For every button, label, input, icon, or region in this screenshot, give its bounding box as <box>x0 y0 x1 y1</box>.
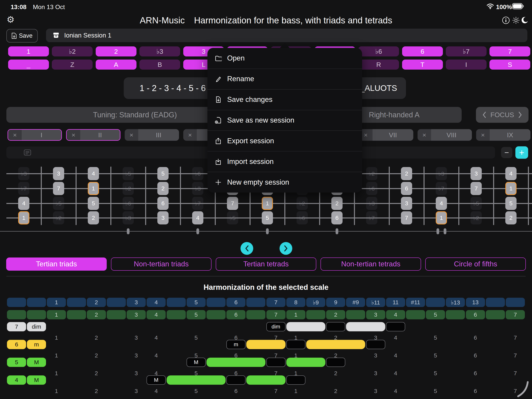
menu-item-export-session[interactable]: Export session <box>207 131 362 151</box>
menu-item-open[interactable]: Open <box>207 48 362 69</box>
close-icon[interactable]: × <box>67 130 80 140</box>
menu-item-rename[interactable]: Rename <box>207 69 362 89</box>
degree-button-2[interactable]: 2 <box>96 46 136 57</box>
info-icon[interactable] <box>502 16 510 24</box>
degree-button-♭3[interactable]: ♭3 <box>139 46 180 57</box>
focus-next-icon[interactable] <box>518 112 522 118</box>
fret-note-root-1[interactable]: 1 <box>505 182 517 195</box>
position-tab-VII[interactable]: ×VII <box>359 129 413 141</box>
close-icon[interactable]: × <box>418 129 431 141</box>
fret-note-scale-3[interactable]: 3 <box>470 167 482 180</box>
position-tab-IX[interactable]: ×IX <box>476 129 531 141</box>
fret-note-scale-2[interactable]: 2 <box>157 182 169 195</box>
close-icon[interactable]: × <box>8 130 22 140</box>
dark-mode-moon-icon[interactable] <box>521 16 529 24</box>
fret-note-scale-7[interactable]: 7 <box>401 211 412 224</box>
chord-degree-pill-5[interactable]: 5 <box>7 358 26 367</box>
chord-tone-pill[interactable] <box>386 322 405 331</box>
degree-button-♭2[interactable]: ♭2 <box>52 46 93 57</box>
menu-item-save-as-new-session[interactable]: Save as new session <box>207 110 362 131</box>
letter-button-R[interactable]: R <box>358 60 399 70</box>
menu-item-new-empty-session[interactable]: New empty session <box>207 172 362 193</box>
chord-quality-pill-m[interactable]: m <box>27 340 46 349</box>
chord-tone-pill[interactable] <box>266 358 285 367</box>
letter-button-A[interactable]: A <box>96 60 136 70</box>
chord-tone-pill[interactable] <box>286 375 305 385</box>
close-icon[interactable]: × <box>476 129 490 141</box>
chord-tab-tertian-tetrads[interactable]: Tertian tetrads <box>216 258 316 271</box>
fret-note-scale-6[interactable]: 6 <box>401 182 412 195</box>
fret-note-scale-4[interactable]: 4 <box>436 197 447 210</box>
fret-note-root-1[interactable]: 1 <box>18 211 29 224</box>
degree-button-1[interactable]: 1 <box>8 46 49 57</box>
chord-tab-circle-of-fifths[interactable]: Circle of fifths <box>425 258 526 271</box>
chord-tone-pill[interactable] <box>226 375 246 385</box>
letter-button-B[interactable]: B <box>139 60 180 70</box>
fret-note-scale-4[interactable]: 4 <box>192 211 203 224</box>
chord-tone-pill[interactable] <box>366 340 385 349</box>
fret-note-scale-2[interactable]: 2 <box>331 197 342 210</box>
fret-note-scale-4[interactable]: 4 <box>18 197 29 210</box>
fret-note-scale-5[interactable]: 5 <box>157 167 169 180</box>
position-tab-III[interactable]: ×III <box>125 129 179 141</box>
zoom-out-button[interactable]: − <box>501 147 512 158</box>
fret-note-scale-3[interactable]: 3 <box>53 167 64 180</box>
zoom-in-button[interactable]: + <box>515 146 528 159</box>
scroll-right-button[interactable] <box>279 242 292 255</box>
degree-button-6[interactable]: 6 <box>402 46 443 57</box>
fret-note-scale-6[interactable]: 6 <box>331 211 342 224</box>
focus-prev-icon[interactable] <box>482 112 486 118</box>
chord-tone-pill[interactable] <box>286 340 305 349</box>
letter-button-S[interactable]: S <box>489 60 530 70</box>
chord-quality-pill-M[interactable]: M <box>27 358 46 367</box>
fret-note-scale-7[interactable]: 7 <box>53 182 64 195</box>
position-tab-VIII[interactable]: ×VIII <box>418 129 472 141</box>
fret-note-scale-4[interactable]: 4 <box>505 167 517 180</box>
fret-note-scale-5[interactable]: 5 <box>505 197 517 210</box>
chord-root-pill-dim[interactable]: dim <box>266 322 285 331</box>
letter-button-T[interactable]: T <box>402 60 443 70</box>
chord-tab-tertian-triads[interactable]: Tertian triads <box>6 258 107 271</box>
fret-note-scale-3[interactable]: 3 <box>401 197 412 210</box>
fret-note-scale-4[interactable]: 4 <box>88 167 99 180</box>
fret-note-scale-2[interactable]: 2 <box>401 167 412 180</box>
session-name-field[interactable]: Ionian Session 1 <box>46 29 527 42</box>
close-icon[interactable]: × <box>183 129 197 141</box>
focus-button[interactable]: FOCUS <box>476 107 529 123</box>
chord-root-pill-M[interactable]: M <box>146 375 166 385</box>
scroll-left-button[interactable] <box>241 242 253 255</box>
chord-tab-non-tertian-tetrads[interactable]: Non-tertian tetrads <box>321 258 421 271</box>
fret-note-scale-7[interactable]: 7 <box>470 182 482 195</box>
fret-note-root-1[interactable]: 1 <box>436 211 447 224</box>
chord-root-pill-m[interactable]: m <box>226 340 246 349</box>
fret-note-scale-7[interactable]: 7 <box>227 197 238 210</box>
chord-quality-pill-M[interactable]: M <box>27 375 46 385</box>
degree-button-♭6[interactable]: ♭6 <box>358 46 399 57</box>
degree-button-♭7[interactable]: ♭7 <box>446 46 487 57</box>
fret-note-root-1[interactable]: 1 <box>262 197 273 210</box>
fret-note-scale-5[interactable]: 5 <box>88 197 99 210</box>
position-tab-I[interactable]: ×I <box>7 129 62 141</box>
light-mode-sun-icon[interactable] <box>512 17 520 24</box>
fret-note-root-1[interactable]: 1 <box>88 182 99 195</box>
fret-note-scale-2[interactable]: 2 <box>505 211 517 224</box>
save-button[interactable]: Save <box>6 29 38 43</box>
chord-tab-non-tertian-triads[interactable]: Non-tertian triads <box>111 258 211 271</box>
fret-note-scale-3[interactable]: 3 <box>157 211 169 224</box>
chord-tone-pill[interactable] <box>326 322 345 331</box>
chord-degree-pill-7[interactable]: 7 <box>7 322 26 331</box>
menu-item-import-session[interactable]: Import session <box>207 151 362 172</box>
fret-note-scale-6[interactable]: 6 <box>157 197 169 210</box>
chord-degree-pill-4[interactable]: 4 <box>7 375 26 385</box>
chord-degree-pill-6[interactable]: 6 <box>7 340 26 349</box>
fret-note-scale-5[interactable]: 5 <box>262 211 273 224</box>
position-tab-II[interactable]: ×II <box>66 129 120 141</box>
letter-button-I[interactable]: I <box>446 60 487 70</box>
menu-item-save-changes[interactable]: Save changes <box>207 89 362 110</box>
degree-button-7[interactable]: 7 <box>489 46 530 57</box>
letter-button-_[interactable]: _ <box>8 60 49 70</box>
chord-root-pill-M[interactable]: M <box>187 358 206 367</box>
letter-button-Z[interactable]: Z <box>52 60 93 70</box>
close-icon[interactable]: × <box>125 129 138 141</box>
chord-tone-pill[interactable] <box>326 358 345 367</box>
